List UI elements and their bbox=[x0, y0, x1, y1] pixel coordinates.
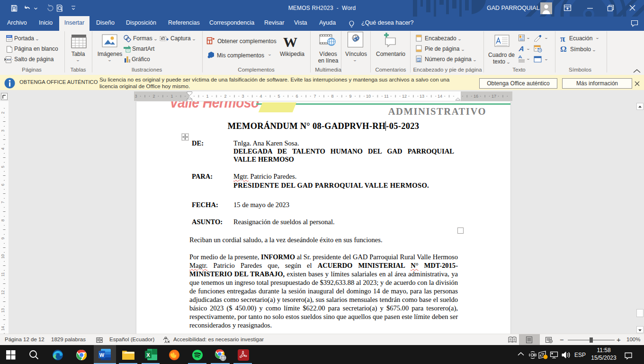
svg-text:11: 11 bbox=[384, 94, 388, 99]
svg-text:8: 8 bbox=[331, 94, 333, 99]
svg-text:6: 6 bbox=[0, 183, 5, 186]
svg-text:X: X bbox=[146, 352, 150, 358]
svg-text:13: 13 bbox=[0, 308, 5, 313]
svg-text:1: 1 bbox=[170, 94, 173, 99]
svg-text:3: 3 bbox=[134, 94, 137, 99]
svg-text:2: 2 bbox=[224, 94, 226, 99]
svg-text:14: 14 bbox=[438, 94, 442, 99]
svg-text:6: 6 bbox=[295, 94, 298, 99]
svg-text:4: 4 bbox=[0, 147, 5, 150]
svg-text:5: 5 bbox=[277, 94, 280, 99]
svg-text:13: 13 bbox=[420, 94, 424, 99]
svg-text:12: 12 bbox=[0, 290, 5, 295]
svg-text:14: 14 bbox=[0, 326, 5, 331]
svg-text:5: 5 bbox=[0, 165, 5, 168]
svg-text:7: 7 bbox=[313, 94, 316, 99]
svg-text:12: 12 bbox=[402, 94, 407, 99]
svg-text:W: W bbox=[99, 352, 105, 358]
svg-text:2: 2 bbox=[152, 94, 155, 99]
svg-text:9: 9 bbox=[349, 94, 351, 99]
svg-text:10: 10 bbox=[366, 94, 371, 99]
svg-text:11: 11 bbox=[0, 272, 5, 276]
svg-text:3: 3 bbox=[0, 129, 5, 132]
svg-text:17: 17 bbox=[492, 94, 496, 99]
svg-text:7: 7 bbox=[0, 201, 5, 203]
svg-text:9: 9 bbox=[0, 237, 5, 239]
svg-text:1: 1 bbox=[206, 94, 208, 99]
svg-text:16: 16 bbox=[474, 94, 478, 99]
svg-text:2: 2 bbox=[0, 111, 5, 114]
svg-text:8: 8 bbox=[0, 219, 5, 221]
svg-text:3: 3 bbox=[242, 94, 244, 99]
svg-text:4: 4 bbox=[259, 94, 262, 99]
svg-text:10: 10 bbox=[0, 254, 5, 259]
